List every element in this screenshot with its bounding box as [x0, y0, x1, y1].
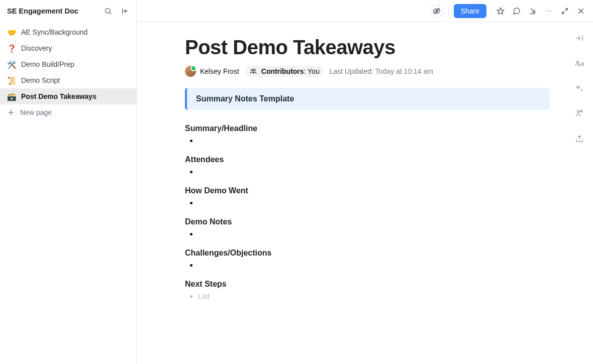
collapse-sidebar-icon[interactable] [118, 4, 132, 18]
section-heading[interactable]: Attendees [185, 155, 550, 164]
avatar [185, 66, 196, 77]
app-window: SE Engagement Doc 🤝AE Sync/Background❓Di… [0, 0, 593, 364]
page-emoji-icon: 🛠️ [7, 60, 16, 69]
workspace-title[interactable]: SE Engagement Doc [7, 7, 98, 15]
star-icon[interactable] [493, 4, 508, 18]
section-heading[interactable]: Challenges/Objections [185, 249, 550, 258]
svg-point-23 [577, 111, 580, 113]
svg-point-13 [551, 11, 552, 12]
sidebar-item-label: Discovery [21, 43, 52, 53]
list-item[interactable]: . [198, 228, 550, 239]
sidebar-item[interactable]: ❓Discovery [0, 40, 136, 56]
owner-chip[interactable]: Kelsey Frost [185, 66, 239, 77]
bullet-list[interactable]: List [185, 291, 550, 302]
list-item[interactable]: List [198, 291, 550, 302]
comment-icon[interactable] [510, 4, 524, 18]
people-icon [249, 68, 257, 75]
download-icon[interactable] [526, 4, 540, 18]
close-icon[interactable] [574, 4, 588, 18]
privacy-toggle-icon[interactable] [430, 5, 443, 18]
sidebar-item-label: AE Sync/Background [21, 27, 87, 37]
ai-sparkle-icon[interactable] [572, 81, 586, 95]
right-rail: Aa [566, 22, 593, 364]
plus-icon [7, 108, 15, 116]
svg-line-1 [110, 13, 111, 14]
callout-block[interactable]: Summary Notes Template [185, 88, 550, 110]
svg-line-9 [531, 8, 535, 12]
sidebar-item-label: Demo Script [21, 75, 60, 85]
typography-icon[interactable]: Aa [572, 56, 586, 70]
sidebar-item[interactable]: 🗃️Post Demo Takeaways [0, 88, 136, 104]
page-emoji-icon: 📜 [7, 76, 16, 85]
section-heading[interactable]: How Demo Went [185, 186, 550, 195]
bullet-list[interactable]: . [185, 228, 550, 239]
svg-point-19 [253, 69, 255, 71]
sidebar-item-label: Post Demo Takeaways [21, 91, 96, 101]
list-item[interactable]: . [198, 135, 550, 146]
page-emoji-icon: ❓ [7, 44, 16, 53]
contributors-chip[interactable]: Contributors: You [246, 66, 323, 77]
section-heading[interactable]: Summary/Headline [185, 124, 550, 133]
ai-people-icon[interactable] [572, 106, 586, 120]
section-list: Summary/Headline.Attendees.How Demo Went… [185, 124, 550, 302]
new-page-label: New page [20, 107, 52, 117]
more-options-icon[interactable] [542, 4, 556, 18]
topbar-divider [448, 6, 449, 16]
svg-point-0 [106, 9, 110, 13]
svg-point-18 [251, 69, 253, 71]
bullet-list[interactable]: . [185, 197, 550, 208]
sidebar: SE Engagement Doc 🤝AE Sync/Background❓Di… [0, 0, 137, 364]
section-heading[interactable]: Demo Notes [185, 217, 550, 226]
last-updated: Last Updated: Today at 10:14 am [330, 67, 433, 75]
page-emoji-icon: 🗃️ [7, 92, 16, 101]
sidebar-nav: 🤝AE Sync/Background❓Discovery🛠️Demo Buil… [0, 22, 136, 123]
doc-meta: Kelsey Frost Contributors: You Last Upda… [185, 66, 550, 77]
callout-text: Summary Notes Template [196, 94, 294, 103]
svg-line-14 [565, 8, 568, 11]
main: Post Demo Takeaways Kelsey Frost Contrib… [137, 22, 593, 364]
bullet-list[interactable]: . [185, 166, 550, 177]
svg-point-11 [546, 11, 547, 12]
sidebar-item-label: Demo Build/Prep [21, 59, 74, 69]
list-item[interactable]: . [198, 197, 550, 208]
svg-point-12 [548, 11, 549, 12]
bullet-list[interactable]: . [185, 260, 550, 271]
contributors-label: Contributors: You [261, 67, 320, 75]
sidebar-item[interactable]: 🛠️Demo Build/Prep [0, 56, 136, 72]
owner-name: Kelsey Frost [200, 67, 239, 75]
section-heading[interactable]: Next Steps [185, 280, 550, 289]
svg-line-15 [562, 11, 565, 14]
sidebar-header: SE Engagement Doc [0, 0, 136, 22]
list-item[interactable]: . [198, 260, 550, 271]
page-emoji-icon: 🤝 [7, 28, 16, 37]
share-button[interactable]: Share [454, 4, 486, 18]
topbar: Share [137, 0, 593, 22]
document-content[interactable]: Post Demo Takeaways Kelsey Frost Contrib… [137, 22, 566, 364]
export-icon[interactable] [572, 132, 586, 146]
sidebar-item[interactable]: 🤝AE Sync/Background [0, 24, 136, 40]
sidebar-item[interactable]: 📜Demo Script [0, 72, 136, 88]
svg-marker-8 [497, 8, 504, 14]
list-item[interactable]: . [198, 166, 550, 177]
svg-line-22 [580, 89, 583, 92]
expand-right-icon[interactable] [572, 31, 586, 45]
expand-icon[interactable] [558, 4, 572, 18]
page-title[interactable]: Post Demo Takeaways [185, 36, 550, 59]
new-page-button[interactable]: New page [0, 104, 136, 120]
search-icon[interactable] [101, 4, 115, 18]
bullet-list[interactable]: . [185, 135, 550, 146]
